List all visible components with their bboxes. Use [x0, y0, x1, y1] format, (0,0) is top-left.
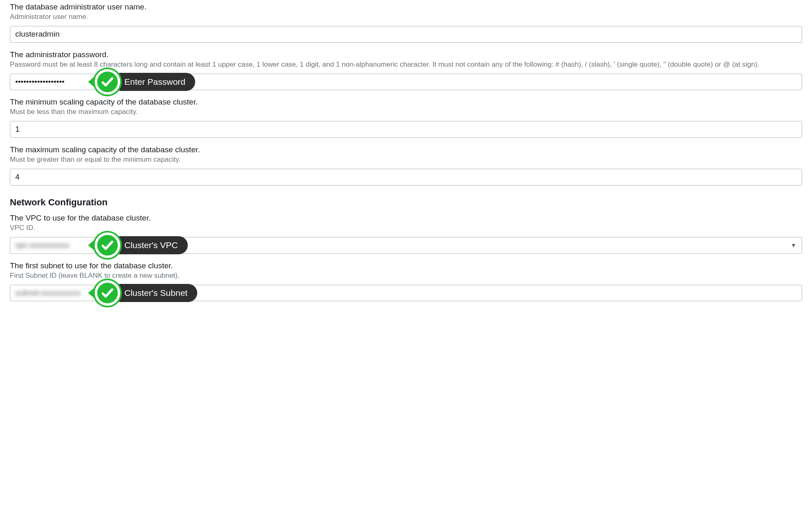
min-scaling-label: The minimum scaling capacity of the data…	[10, 98, 802, 107]
checkmark-icon	[95, 280, 120, 306]
max-scaling-input[interactable]	[10, 169, 802, 186]
max-scaling-label: The maximum scaling capacity of the data…	[10, 145, 802, 154]
checkmark-icon	[95, 232, 120, 258]
callout-vpc: Cluster's VPC	[88, 232, 188, 258]
vpc-hint: VPC ID.	[10, 223, 802, 233]
min-scaling-hint: Must be less than the maximum capacity.	[10, 107, 802, 117]
vpc-label: The VPC to use for the database cluster.	[10, 214, 802, 223]
checkmark-icon	[95, 69, 120, 95]
admin-username-field: The database administrator user name. Ad…	[10, 2, 802, 43]
admin-password-field: The administrator password. Password mus…	[10, 50, 802, 91]
callout-subnet-label: Cluster's Subnet	[111, 284, 197, 302]
admin-username-label: The database administrator user name.	[10, 2, 802, 12]
callout-password: Enter Password	[88, 69, 195, 95]
callout-vpc-label: Cluster's VPC	[111, 236, 188, 254]
vpc-field: The VPC to use for the database cluster.…	[10, 214, 802, 254]
max-scaling-field: The maximum scaling capacity of the data…	[10, 145, 802, 186]
min-scaling-input[interactable]	[10, 121, 802, 138]
network-config-heading: Network Configuration	[10, 197, 802, 208]
subnet1-field: The first subnet to use for the database…	[10, 261, 802, 302]
admin-password-label: The administrator password.	[10, 50, 802, 59]
admin-username-input[interactable]	[10, 26, 802, 43]
subnet1-label: The first subnet to use for the database…	[10, 261, 802, 270]
subnet1-hint: First Subnet ID (leave BLANK to create a…	[10, 271, 802, 281]
callout-subnet: Cluster's Subnet	[88, 280, 197, 306]
max-scaling-hint: Must be greater than or equal to the min…	[10, 155, 802, 165]
admin-password-hint: Password must be at least 8 characters l…	[10, 60, 802, 70]
callout-password-label: Enter Password	[111, 73, 195, 91]
min-scaling-field: The minimum scaling capacity of the data…	[10, 98, 802, 138]
admin-username-hint: Administrator user name.	[10, 12, 802, 22]
